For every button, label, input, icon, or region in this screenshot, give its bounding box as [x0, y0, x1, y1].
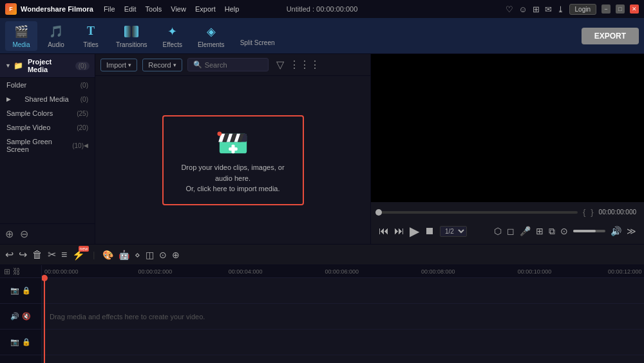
media-item-greenscreen[interactable]: Sample Green Screen (10) ◀ — [0, 135, 95, 156]
display-icon[interactable]: ⬡ — [494, 226, 502, 236]
media-content: Import ▾ Record ▾ 🔍 ▽ ⋮⋮⋮ — [95, 54, 370, 244]
skip-back-button[interactable]: ⏭ — [394, 225, 404, 237]
track-row-audio[interactable]: Drag media and effects here to create yo… — [42, 304, 644, 330]
mic-icon[interactable]: 🎤 — [520, 226, 531, 236]
record-button[interactable]: Record ▾ — [142, 59, 182, 71]
filter-icon[interactable]: ▽ — [276, 59, 284, 71]
preview-timeline-bar[interactable] — [379, 211, 578, 214]
circle-icon[interactable]: ⊙ — [560, 226, 568, 236]
drop-area[interactable]: Drop your video clips, images, or audio … — [95, 76, 370, 244]
icon-heart[interactable]: ♡ — [506, 5, 513, 14]
split-button[interactable]: ✂ — [48, 248, 56, 261]
timeline-toolbar: ↩ ↪ 🗑 ✂ ≡ ⚡ new | 🎨 🤖 ⋄ ◫ ⊙ ⊕ — [0, 245, 644, 265]
track-row-3[interactable] — [42, 330, 644, 355]
speed-selector[interactable]: 1/2 1/4 1 2 — [440, 226, 467, 237]
prev-frame-button[interactable]: ⏮ — [379, 225, 389, 237]
redo-button[interactable]: ↪ — [19, 248, 27, 261]
snap-icon[interactable]: ⊞ — [536, 226, 544, 236]
tool-audio[interactable]: 🎵 Audio — [40, 21, 72, 51]
export-button[interactable]: EXPORT — [582, 28, 639, 44]
mute-icon[interactable]: 🔇 — [22, 312, 31, 321]
drop-text: Drop your video clips, images, or audio … — [173, 162, 293, 194]
menu-edit[interactable]: Edit — [120, 4, 140, 14]
track-row-video[interactable] — [42, 278, 644, 304]
divider1: | — [93, 250, 95, 259]
ruler-mark-3: 00:00:06:000 — [325, 268, 359, 275]
shared-label: Shared Media — [24, 95, 69, 103]
minimize-button[interactable]: − — [601, 5, 611, 14]
media-item-video[interactable]: Sample Video (20) — [0, 120, 95, 135]
grid-view-icon[interactable]: ⋮⋮⋮ — [289, 59, 320, 71]
menu-view[interactable]: View — [167, 4, 190, 14]
remove-folder-icon[interactable]: ⊖ — [20, 228, 28, 240]
mask-icon[interactable]: ◫ — [146, 250, 154, 260]
import-button[interactable]: Import ▾ — [100, 59, 137, 71]
track3-camera-icon: 📷 — [10, 338, 19, 346]
tool-transitions[interactable]: Transitions — [109, 21, 154, 51]
menu-help[interactable]: Help — [221, 4, 243, 14]
ai-icon[interactable]: 🤖 — [118, 250, 129, 260]
media-item-colors[interactable]: Sample Colors (25) — [0, 106, 95, 120]
tool-elements-label: Elements — [198, 41, 225, 48]
add-folder-icon[interactable]: ⊕ — [5, 228, 14, 240]
shared-arrow: ▶ — [6, 96, 11, 102]
tool-elements[interactable]: ◈ Elements — [191, 21, 231, 51]
crop-button[interactable]: ≡ — [61, 249, 67, 261]
audio-track-icon: 🔊 — [10, 312, 19, 321]
app-title: Untitled : 00:00:00:000 — [287, 5, 358, 13]
tool-splitscreen[interactable]: Split Screen — [234, 23, 281, 49]
timeline-ruler: 00:00:00:000 00:00:02:000 00:00:04:000 0… — [42, 265, 644, 278]
tool-titles-label: Titles — [83, 41, 99, 48]
project-media-count: (0) — [75, 62, 90, 70]
keyframe-icon[interactable]: ⋄ — [135, 250, 140, 260]
playhead — [44, 278, 45, 363]
menu-export[interactable]: Export — [191, 4, 220, 14]
stop-button[interactable]: ⏹ — [424, 225, 435, 237]
shared-count: (0) — [80, 96, 88, 103]
stabilize-icon[interactable]: ⊙ — [159, 250, 167, 260]
ruler-corner: ⊞ ⛓ — [0, 265, 41, 278]
media-item-folder[interactable]: Folder (0) — [0, 78, 95, 92]
timeline-thumb[interactable] — [375, 209, 382, 216]
menu-tools[interactable]: Tools — [142, 4, 166, 14]
tool-media-label: Media — [12, 41, 30, 48]
tool-media[interactable]: 🎬 Media — [5, 21, 37, 51]
lock-icon[interactable]: 🔒 — [22, 286, 31, 295]
color-grading-icon[interactable]: 🎨 — [102, 250, 113, 260]
more-icon[interactable]: ≫ — [627, 226, 636, 236]
icon-face[interactable]: ☺ — [518, 5, 527, 14]
tool-effects[interactable]: ✦ Effects — [156, 21, 189, 51]
delete-button[interactable]: 🗑 — [32, 249, 43, 261]
video-label: Sample Video — [6, 124, 50, 131]
volume-icon[interactable]: 🔊 — [611, 226, 621, 236]
icon-mail[interactable]: ✉ — [545, 5, 552, 14]
import-label: Import — [106, 61, 126, 69]
colors-label: Sample Colors — [6, 109, 53, 117]
zoom-icon[interactable]: ⧉ — [549, 226, 555, 237]
svg-rect-9 — [229, 147, 238, 150]
drop-zone[interactable]: Drop your video clips, images, or audio … — [162, 115, 304, 205]
gs-label: Sample Green Screen — [6, 138, 72, 153]
link-icon[interactable]: ⛓ — [13, 267, 21, 276]
import-arrow-icon: ▾ — [128, 62, 131, 68]
undo-button[interactable]: ↩ — [5, 248, 14, 261]
media-item-shared[interactable]: ▶ Shared Media (0) — [0, 92, 95, 106]
project-media-title: Project Media — [28, 58, 73, 73]
preview-panel: { } 00:00:00:000 ⏮ ⏭ ▶ ⏹ 1/2 1/4 1 2 ⬡ ◻ — [370, 54, 644, 244]
volume-slider[interactable] — [573, 230, 605, 232]
more-effects-icon[interactable]: ⊕ — [172, 250, 180, 260]
maximize-button[interactable]: □ — [616, 5, 625, 14]
login-button[interactable]: Login — [569, 4, 596, 15]
search-input[interactable] — [205, 61, 263, 69]
close-button[interactable]: ✕ — [630, 5, 639, 14]
screenshot-icon[interactable]: ◻ — [507, 226, 515, 236]
elements-icon: ◈ — [204, 24, 219, 39]
toolbar: 🎬 Media 🎵 Audio T Titles Transitions ✦ E… — [0, 18, 644, 54]
add-track-icon[interactable]: ⊞ — [4, 267, 10, 276]
track3-lock-icon[interactable]: 🔒 — [22, 338, 31, 346]
menu-file[interactable]: File — [100, 4, 119, 14]
tool-titles[interactable]: T Titles — [75, 21, 107, 51]
play-button[interactable]: ▶ — [410, 223, 419, 239]
icon-download[interactable]: ⤓ — [557, 5, 564, 14]
icon-grid-titlebar[interactable]: ⊞ — [533, 5, 540, 14]
